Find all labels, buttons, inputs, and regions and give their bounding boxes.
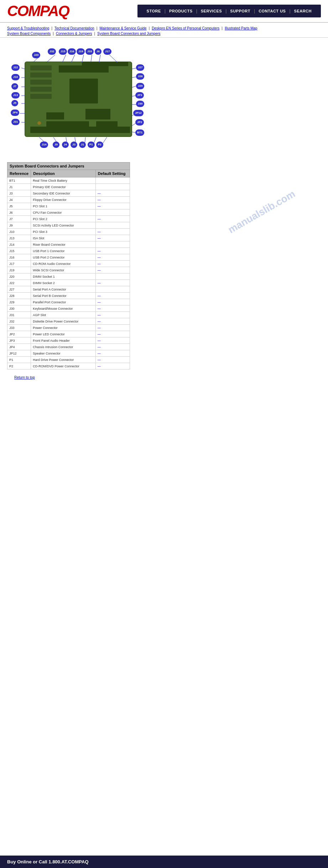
cell-setting — [95, 241, 130, 248]
label-J15: J15 — [59, 48, 67, 55]
cell-ref: J20 — [7, 273, 31, 280]
return-to-top-link[interactable]: Return to top — [14, 376, 35, 379]
cell-ref: J7 — [7, 216, 31, 222]
svg-rect-3 — [30, 80, 52, 85]
company-logo: COMPAQ — [7, 4, 69, 18]
label-JP4: JP4 — [11, 110, 19, 116]
cell-setting: — — [95, 305, 130, 312]
bc-support[interactable]: Support & Troubleshooting — [7, 26, 49, 30]
nav-contact[interactable]: CONTACT US — [255, 9, 289, 13]
label-JP12: JP12 — [133, 110, 144, 116]
table-row: J30Keyboard/Mouse Connector— — [7, 305, 130, 312]
main-content: J20 J32 J15 J16 J19 J33 J6 J17 J22 J10 J… — [0, 38, 328, 383]
cell-setting: — — [95, 357, 130, 363]
cell-desc: USB Port 2 Connector — [31, 254, 96, 261]
svg-rect-7 — [69, 79, 98, 103]
svg-rect-1 — [30, 65, 52, 70]
bc-techdoc[interactable]: Technical Documentation — [54, 26, 94, 30]
cell-desc: CD-ROM Audio Connector — [31, 261, 96, 267]
board-diagram: J20 J32 J15 J16 J19 J33 J6 J17 J22 J10 J… — [11, 45, 157, 155]
label-P2: P2 — [96, 142, 103, 148]
cell-ref: J30 — [7, 305, 31, 312]
cell-setting: — — [95, 344, 130, 350]
cell-setting: — — [95, 248, 130, 254]
nav-support[interactable]: SUPPORT — [227, 9, 254, 13]
label-J3: J3 — [71, 142, 77, 148]
cell-setting: — — [95, 254, 130, 261]
label-J19: J19 — [77, 48, 85, 55]
cell-desc: Parallel Port Connector — [31, 299, 96, 305]
svg-point-13 — [37, 121, 41, 125]
cell-ref: J14 — [7, 241, 31, 248]
bottom-bar: Buy Online or Call 1.800.AT.COMPAQ — [0, 856, 328, 868]
table-row: J20DIMM Socket 1 — [7, 273, 130, 280]
cell-ref: JP12 — [7, 350, 31, 357]
label-J31: J31 — [11, 119, 20, 125]
cell-ref: J13 — [7, 235, 31, 241]
label-J32: J32 — [48, 48, 56, 55]
label-J28: J28 — [136, 73, 144, 80]
label-J10: J10 — [11, 74, 20, 80]
cell-ref: P1 — [7, 357, 31, 363]
svg-line-19 — [82, 55, 84, 63]
cell-ref: J9 — [7, 222, 31, 229]
nav-store[interactable]: STORE — [143, 9, 165, 13]
cell-desc: Diskette Drive Power Connector — [31, 318, 96, 325]
cell-ref: J3 — [7, 190, 31, 197]
bc-cj[interactable]: Connectors & Jumpers — [56, 32, 92, 36]
cell-desc: Floppy Drive Connector — [31, 197, 96, 203]
label-J29: J29 — [136, 83, 144, 89]
cell-setting: — — [95, 267, 130, 273]
cell-desc: Real Time Clock Battery — [31, 177, 96, 184]
cell-setting: — — [95, 197, 130, 203]
table-row: JP4Chassis Intrusion Connector— — [7, 344, 130, 350]
bc-guide[interactable]: Maintenance & Service Guide — [99, 26, 146, 30]
cell-setting: — — [95, 235, 130, 241]
svg-line-17 — [62, 55, 66, 63]
nav-services[interactable]: SERVICES — [197, 9, 225, 13]
cell-setting — [95, 273, 130, 280]
cell-desc: Power LED Connector — [31, 331, 96, 337]
cell-desc: DIMM Socket 2 — [31, 280, 96, 286]
table-row: J29Parallel Port Connector— — [7, 299, 130, 305]
table-row: JP12Speaker Connector— — [7, 350, 130, 357]
cell-ref: J22 — [7, 280, 31, 286]
bc-ipm[interactable]: Illustrated Parts Map — [225, 26, 257, 30]
breadcrumb-line2: System Board Components | Connectors & J… — [7, 32, 321, 36]
table-row: J28Serial Port B Connector— — [7, 293, 130, 299]
cell-setting: — — [95, 350, 130, 357]
table-row: P1Hard Drive Power Connector— — [7, 357, 130, 363]
nav-search[interactable]: SEARCH — [291, 9, 315, 13]
label-BT1: BT1 — [135, 129, 144, 136]
cell-desc: Hard Drive Power Connector — [31, 357, 96, 363]
svg-line-20 — [91, 55, 92, 63]
table-row: J31AGP Slot— — [7, 312, 130, 318]
cell-desc: PCI Slot 2 — [31, 216, 96, 222]
cell-desc: CD-ROM/DVD Power Connector — [31, 363, 96, 369]
logo-text: COMPAQ — [7, 2, 69, 19]
svg-line-18 — [71, 55, 75, 63]
cell-ref: JP3 — [7, 337, 31, 344]
label-J17: J17 — [103, 48, 111, 55]
cell-ref: J17 — [7, 261, 31, 267]
label-J20: J20 — [32, 52, 40, 58]
cell-ref: JP2 — [7, 331, 31, 337]
label-J22: J22 — [11, 64, 20, 71]
bc-sbcj[interactable]: System Board Connectors and Jumpers — [97, 32, 160, 36]
table-row: J15USB Port 1 Connector— — [7, 248, 130, 254]
connector-table: System Board Connectors and Jumpers Refe… — [7, 162, 130, 369]
nav-products[interactable]: PRODUCTS — [166, 9, 196, 13]
cell-desc: PCI Slot 3 — [31, 229, 96, 235]
cell-desc: SCSI Activity LED Connector — [31, 222, 96, 229]
table-row: J10PCI Slot 3— — [7, 229, 130, 235]
label-J4: J4 — [62, 142, 69, 148]
table-row: J3Secondary IDE Connector— — [7, 190, 130, 197]
svg-line-44 — [103, 137, 107, 144]
cell-ref: BT1 — [7, 177, 31, 184]
bc-sbc[interactable]: System Board Components — [7, 32, 51, 36]
cell-ref: J10 — [7, 229, 31, 235]
bc-deskpro[interactable]: Deskpro EN Series of Personal Computers — [152, 26, 219, 30]
cell-setting: — — [95, 280, 130, 286]
label-J33: J33 — [85, 48, 94, 55]
label-J7: J7 — [11, 83, 18, 90]
